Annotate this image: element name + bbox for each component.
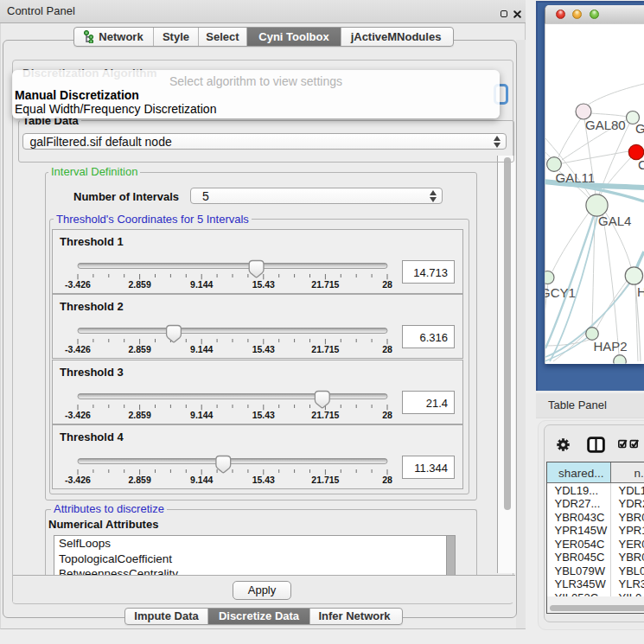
svg-text:15.43: 15.43 [252, 279, 275, 290]
svg-text:GAL80: GAL80 [585, 118, 626, 132]
svg-text:2.859: 2.859 [128, 475, 150, 485]
svg-text:2.859: 2.859 [128, 344, 150, 354]
svg-text:HIS4: HIS4 [637, 284, 644, 299]
svg-text:-3.426: -3.426 [65, 475, 91, 485]
svg-text:21.715: 21.715 [311, 279, 339, 290]
svg-text:21.715: 21.715 [311, 409, 339, 419]
svg-text:HAP2: HAP2 [594, 339, 628, 354]
svg-text:28: 28 [382, 344, 392, 354]
svg-text:21.715: 21.715 [311, 475, 339, 485]
svg-text:-3.426: -3.426 [65, 279, 91, 290]
svg-text:15.43: 15.43 [252, 475, 275, 485]
svg-text:2.859: 2.859 [128, 409, 150, 419]
svg-text:9.144: 9.144 [190, 409, 213, 419]
svg-text:28: 28 [382, 475, 392, 485]
svg-text:GAL11: GAL11 [556, 170, 596, 185]
svg-text:2.859: 2.859 [128, 279, 150, 290]
svg-text:GCY1: GCY1 [540, 285, 576, 300]
svg-text:21.715: 21.715 [311, 344, 339, 354]
svg-text:9.144: 9.144 [190, 344, 213, 354]
svg-text:CYC8: CYC8 [638, 157, 644, 172]
svg-text:-3.426: -3.426 [65, 409, 91, 419]
svg-text:15.43: 15.43 [252, 344, 275, 354]
svg-text:GAL4: GAL4 [598, 214, 631, 228]
svg-text:GAL3: GAL3 [635, 121, 644, 136]
svg-text:28: 28 [382, 409, 392, 419]
svg-text:28: 28 [382, 279, 392, 290]
svg-text:-3.426: -3.426 [65, 344, 91, 354]
svg-text:9.144: 9.144 [190, 279, 213, 290]
svg-text:9.144: 9.144 [190, 475, 213, 485]
svg-text:15.43: 15.43 [252, 409, 275, 419]
